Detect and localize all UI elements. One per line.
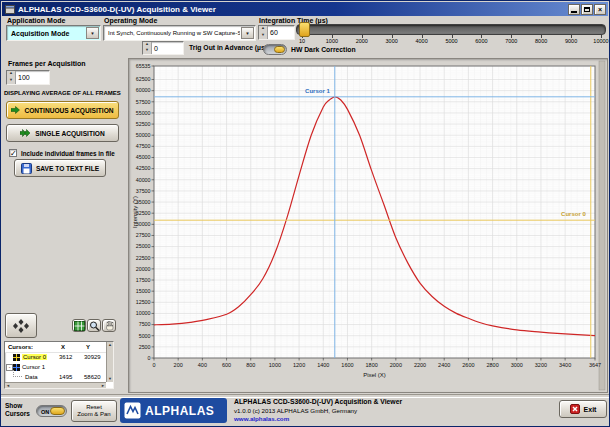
- save-to-text-file-button[interactable]: SAVE TO TEXT FILE: [14, 159, 106, 177]
- y-tick-label: 27500: [136, 232, 151, 238]
- minimize-icon: [571, 11, 577, 13]
- continuous-acquisition-label: CONTINUOUS ACQUISITION: [24, 107, 113, 114]
- graph-palette: [72, 319, 116, 332]
- application-mode-combo[interactable]: Acquisition Mode ▼: [6, 25, 101, 41]
- spinner-icon[interactable]: ▲▼: [7, 71, 16, 84]
- cursor-legend-vscrollbar[interactable]: ▲▼: [106, 342, 113, 382]
- spinner-icon[interactable]: ▲▼: [143, 42, 152, 54]
- title-bar[interactable]: ALPHALAS CCD-S3600-D(-UV) Acquisition & …: [2, 2, 608, 16]
- minimize-button[interactable]: [568, 4, 580, 15]
- cursor-legend[interactable]: Cursors: X Y Cursor 0361230929-Cursor 1D…: [4, 341, 114, 389]
- reset-zoom-pan-button[interactable]: Reset Zoom & Pan: [71, 400, 117, 422]
- arrow-right-icon: [11, 106, 20, 114]
- x-header-label: X: [61, 344, 65, 350]
- cursor-name: Cursor 1: [22, 364, 45, 370]
- y-tick-label: 57500: [136, 99, 151, 105]
- maximize-button[interactable]: [581, 4, 593, 15]
- include-frames-label: Include individual frames in file: [21, 150, 115, 157]
- operating-mode-label: Operating Mode: [104, 17, 157, 24]
- x-tick-label: 3200: [535, 362, 547, 368]
- x-tick-label: 1600: [341, 362, 353, 368]
- y-tick-label: 45000: [136, 154, 151, 160]
- show-cursors-toggle[interactable]: ON: [36, 405, 67, 417]
- x-tick-label: 800: [246, 362, 255, 368]
- slider-groove[interactable]: [296, 24, 606, 35]
- x-tick-label: 2600: [462, 362, 474, 368]
- cursor-row-data[interactable]: Data149558620: [5, 372, 106, 382]
- x-tick-label: 400: [198, 362, 207, 368]
- slider-knob[interactable]: [299, 22, 310, 37]
- x-tick-label: 600: [222, 362, 231, 368]
- graph-panel: 0200400600800100012001400160018002000220…: [128, 58, 608, 393]
- tree-expander-icon[interactable]: -: [6, 364, 13, 371]
- y-tick-label: 7500: [139, 321, 151, 327]
- chevron-down-icon[interactable]: ▼: [241, 27, 254, 39]
- cursor-crosshair-icon: [13, 354, 20, 361]
- hand-icon: [104, 321, 115, 331]
- slider-ticklabel-10000: 10000: [593, 38, 608, 44]
- y-tick-label: 2500: [139, 344, 151, 350]
- tree-branch-icon: [13, 370, 22, 377]
- slider-ticklabel-1000: 1000: [326, 38, 338, 44]
- pan-diamond-button[interactable]: [5, 313, 37, 338]
- zoom-tool-button[interactable]: [87, 319, 101, 332]
- cursor-tool-button[interactable]: [72, 319, 86, 332]
- integration-time-value: 60: [270, 29, 278, 36]
- slider-ticklabel-10: 10: [299, 38, 305, 44]
- check-icon: ✓: [10, 149, 17, 158]
- exit-button[interactable]: Exit: [559, 400, 607, 418]
- alphalas-logo-text: ALPHALAS: [145, 404, 214, 418]
- show-cursors-state: ON: [41, 409, 49, 415]
- cursor-y-value: 30929: [84, 354, 101, 360]
- window-title: ALPHALAS CCD-S3600-D(-UV) Acquisition & …: [18, 5, 567, 14]
- displaying-average-text: DISPLAYING AVERAGE OF ALL FRAMES: [4, 90, 121, 96]
- y-tick-label: 15000: [136, 288, 151, 294]
- reset-zoom-pan-label: Reset Zoom & Pan: [77, 404, 110, 418]
- trig-out-field[interactable]: ▲▼ 0: [142, 41, 184, 55]
- trig-out-label: Trig Out in Advance (µs): [189, 44, 267, 51]
- y-tick-label: 60000: [136, 87, 151, 93]
- cursor-legend-hscrollbar[interactable]: ◄►: [5, 382, 106, 388]
- single-acquisition-button[interactable]: SINGLE ACQUISITION: [6, 124, 119, 142]
- x-tick-label: 2000: [390, 362, 402, 368]
- cursor-0-label: Cursor 0: [561, 211, 586, 217]
- application-mode-value: Acquisition Mode: [7, 30, 85, 37]
- y-tick-label: 52500: [136, 121, 151, 127]
- cursor-name: Cursor 0: [22, 354, 47, 360]
- x-tick-label: 1000: [269, 362, 281, 368]
- cursor-x-value: 1495: [59, 374, 72, 380]
- x-tick-label: 200: [174, 362, 183, 368]
- y-tick-label: 20000: [136, 266, 151, 272]
- spinner-icon[interactable]: ▲▼: [259, 26, 268, 39]
- slider-ticklabel-4000: 4000: [415, 38, 427, 44]
- magnifier-icon: [89, 321, 100, 331]
- frames-per-acquisition-label: Frames per Acquisition: [8, 60, 86, 67]
- intensity-plot[interactable]: 0200400600800100012001400160018002000220…: [129, 59, 607, 392]
- integration-time-slider[interactable]: 1010002000300040005000600070008000900010…: [296, 21, 606, 45]
- double-arrow-right-icon: [20, 129, 31, 137]
- continuous-acquisition-button[interactable]: CONTINUOUS ACQUISITION: [6, 101, 119, 119]
- hw-dark-correction-label: HW Dark Correction: [291, 46, 356, 53]
- alphalas-logo-icon: [124, 402, 141, 419]
- slider-ticklabel-5000: 5000: [445, 38, 457, 44]
- cursors-header-label: Cursors:: [8, 344, 33, 350]
- cursor-y-value: 58620: [84, 374, 101, 380]
- cursor-row-cursor-0[interactable]: Cursor 0361230929: [5, 352, 106, 362]
- close-button[interactable]: ×: [594, 4, 606, 15]
- integration-time-field[interactable]: ▲▼ 60: [258, 25, 295, 40]
- operating-mode-combo[interactable]: Int Synch, Continuously Running w SW Cap…: [103, 25, 256, 41]
- exit-label: Exit: [584, 406, 597, 413]
- footer-app-title: ALPHALAS CCD-S3600-D(-UV) Acquisition & …: [234, 398, 402, 405]
- y-tick-label: 42500: [136, 165, 151, 171]
- frames-per-acquisition-field[interactable]: ▲▼ 100: [6, 70, 50, 85]
- frames-per-acquisition-value: 100: [18, 74, 30, 81]
- footer-website-link[interactable]: www.alphalas.com: [234, 415, 289, 422]
- x-tick-label: 1200: [293, 362, 305, 368]
- slider-ticklabel-3000: 3000: [386, 38, 398, 44]
- hw-dark-correction-toggle[interactable]: [263, 44, 287, 55]
- cursor-1-label: Cursor 1: [305, 88, 330, 94]
- y-header-label: Y: [86, 344, 90, 350]
- chevron-down-icon[interactable]: ▼: [86, 27, 99, 39]
- include-frames-checkbox[interactable]: ✓: [9, 149, 17, 157]
- pan-tool-button[interactable]: [102, 319, 116, 332]
